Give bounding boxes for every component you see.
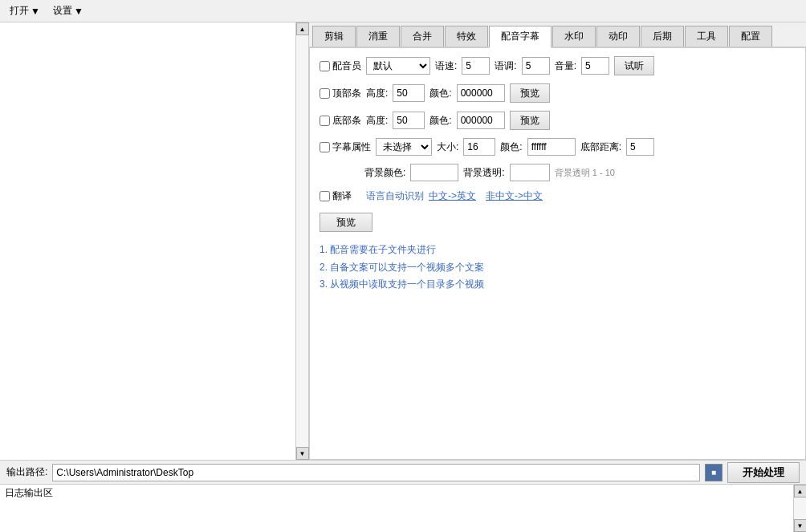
speed-label: 语速: [435, 59, 457, 73]
footer-bar-checkbox-label[interactable]: 底部条 [320, 114, 361, 128]
tab-dongyin[interactable]: 动印 [596, 26, 640, 47]
header-color-input[interactable] [457, 84, 505, 102]
menu-open-label: 打开 [10, 4, 29, 18]
header-bar-label: 顶部条 [332, 87, 361, 100]
translate-checkbox-label[interactable]: 翻译 [320, 189, 361, 203]
menubar: 打开 ▼ 设置 ▼ [0, 0, 806, 22]
browse-icon: ■ [711, 468, 716, 477]
output-path-label: 输出路径: [6, 465, 47, 479]
subtitle-color-label: 颜色: [500, 140, 522, 154]
menu-open[interactable]: 打开 ▼ [3, 2, 47, 20]
translate-auto: 语言自动识别 [366, 189, 424, 203]
header-preview-btn[interactable]: 预览 [510, 83, 550, 103]
bg-alpha-input[interactable] [510, 164, 550, 181]
menu-settings-label: 设置 [53, 4, 72, 18]
info-list: 1. 配音需要在子文件夹进行 2. 自备文案可以支持一个视频多个文案 3. 从视… [320, 242, 796, 294]
log-label: 日志输出区 [5, 487, 53, 498]
subtitle-select[interactable]: 未选择 [376, 138, 432, 156]
start-process-btn[interactable]: 开始处理 [727, 462, 800, 483]
info-item-3: 3. 从视频中读取支持一个目录多个视频 [320, 276, 796, 294]
log-scroll-up[interactable]: ▲ [794, 485, 807, 497]
subtitle-color-input[interactable] [527, 138, 576, 156]
listen-btn[interactable]: 试听 [614, 56, 654, 75]
footer-color-input[interactable] [457, 112, 505, 129]
output-path-input[interactable] [52, 464, 700, 481]
log-scroll[interactable]: ▲ ▼ [793, 485, 806, 532]
dubber-checkbox[interactable] [320, 61, 330, 71]
menu-open-arrow: ▼ [31, 6, 40, 17]
tab-content: 配音员 默认 语速: 语调: 音量: 试听 顶部条 高度: [309, 48, 806, 460]
bg-alpha-hint: 背景透明 1 - 10 [555, 167, 615, 179]
translate-link2[interactable]: 非中文->中文 [486, 189, 543, 203]
left-panel: ▲ ▼ [0, 22, 309, 460]
bg-color-label: 背景颜色: [364, 166, 405, 180]
log-area: 日志输出区 ▲ ▼ [0, 484, 806, 532]
preview-btn-row: 预览 [320, 213, 796, 232]
tab-gongju[interactable]: 工具 [685, 26, 728, 47]
info-item-2: 2. 自备文案可以支持一个视频多个文案 [320, 259, 796, 277]
right-panel: 剪辑 消重 合并 特效 配音字幕 水印 动印 后期 工具 配置 配音员 默认 语 [309, 22, 806, 460]
dubber-label: 配音员 [332, 59, 361, 73]
footer-height-label: 高度: [366, 114, 388, 128]
bg-color-input[interactable] [410, 164, 458, 181]
translate-label: 翻译 [332, 189, 352, 203]
tab-shuiyin[interactable]: 水印 [552, 26, 596, 47]
tab-hebing[interactable]: 合并 [401, 26, 444, 47]
dubber-row: 配音员 默认 语速: 语调: 音量: 试听 [320, 56, 796, 75]
header-bar-checkbox[interactable] [320, 88, 330, 99]
preview-btn[interactable]: 预览 [320, 213, 372, 232]
subtitle-size-label: 大小: [437, 140, 458, 154]
log-scroll-track[interactable] [794, 497, 806, 519]
translate-link1[interactable]: 中文->英文 [429, 189, 476, 203]
footer-bar-row: 底部条 高度: 颜色: 预览 [320, 111, 796, 130]
subtitle-attr-label: 字幕属性 [332, 140, 371, 154]
translate-checkbox[interactable] [320, 191, 330, 201]
footer-preview-btn[interactable]: 预览 [510, 111, 550, 130]
tab-texiao[interactable]: 特效 [445, 26, 488, 47]
menu-settings[interactable]: 设置 ▼ [47, 2, 90, 20]
footer-bar-checkbox[interactable] [320, 116, 330, 126]
footer-height-input[interactable] [393, 112, 425, 129]
subtitle-bottom-label: 底部距离: [580, 140, 621, 154]
tab-houqi[interactable]: 后期 [641, 26, 684, 47]
info-item-1: 1. 配音需要在子文件夹进行 [320, 242, 796, 259]
tab-peizhi[interactable]: 配置 [729, 26, 772, 47]
tab-peiyinzimu[interactable]: 配音字幕 [489, 26, 552, 48]
subtitle-bottom-input[interactable] [626, 138, 654, 156]
left-scroll[interactable]: ▲ ▼ [295, 22, 308, 460]
bg-alpha-label: 背景透明: [463, 166, 504, 180]
menu-settings-arrow: ▼ [74, 6, 83, 17]
subtitle-size-input[interactable] [463, 138, 495, 156]
tabs-bar: 剪辑 消重 合并 特效 配音字幕 水印 动印 后期 工具 配置 [309, 22, 806, 48]
tone-input[interactable] [522, 57, 550, 75]
footer-color-label: 颜色: [429, 114, 451, 128]
tab-xiaochong[interactable]: 消重 [356, 26, 400, 47]
footer-bar-label: 底部条 [332, 114, 361, 128]
header-bar-checkbox-label[interactable]: 顶部条 [320, 87, 361, 100]
scroll-track[interactable] [296, 35, 308, 447]
tone-label: 语调: [495, 59, 516, 73]
header-height-input[interactable] [393, 84, 425, 102]
volume-label: 音量: [555, 59, 576, 73]
header-color-label: 颜色: [429, 87, 451, 100]
subtitle-attr-row: 字幕属性 未选择 大小: 颜色: 底部距离: [320, 138, 796, 156]
log-scroll-down[interactable]: ▼ [794, 519, 807, 532]
header-bar-row: 顶部条 高度: 颜色: 预览 [320, 83, 796, 103]
statusbar: 输出路径: ■ 开始处理 [0, 460, 806, 484]
bg-color-row: 背景颜色: 背景透明: 背景透明 1 - 10 [320, 164, 796, 181]
subtitle-attr-checkbox[interactable] [320, 142, 330, 152]
volume-input[interactable] [581, 57, 609, 75]
header-height-label: 高度: [366, 87, 388, 100]
subtitle-attr-checkbox-label[interactable]: 字幕属性 [320, 140, 371, 154]
browse-btn[interactable]: ■ [705, 464, 723, 481]
dubber-checkbox-label[interactable]: 配音员 [320, 59, 361, 73]
scroll-down-btn[interactable]: ▼ [296, 447, 309, 460]
dubber-select[interactable]: 默认 [366, 57, 430, 75]
translate-row: 翻译 语言自动识别 中文->英文 非中文->中文 [320, 189, 796, 203]
speed-input[interactable] [462, 57, 490, 75]
scroll-up-btn[interactable]: ▲ [296, 22, 309, 35]
main-layout: ▲ ▼ 剪辑 消重 合并 特效 配音字幕 水印 动印 后期 工具 配置 配音员 [0, 22, 806, 460]
tab-jianjian[interactable]: 剪辑 [312, 26, 356, 47]
